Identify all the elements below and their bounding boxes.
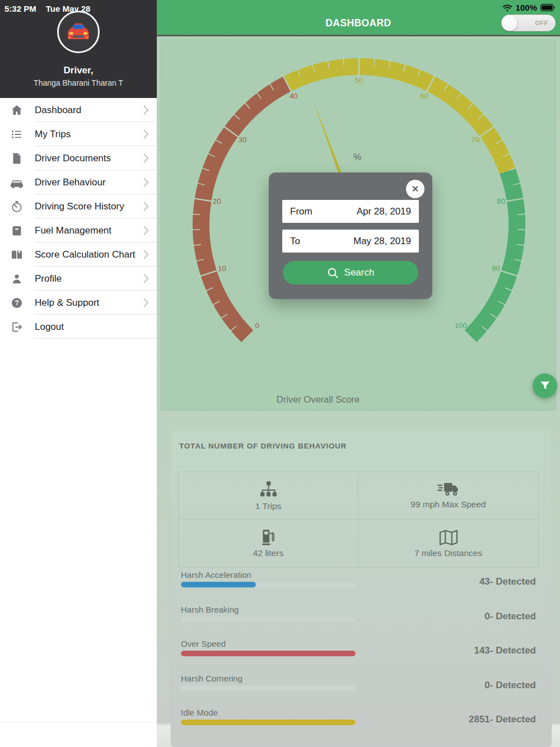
dashboard-content: 0102030405060708090100% Driver Overall S… xyxy=(157,36,560,747)
main-area: 100% DASHBOARD OFF 010203040506070809010… xyxy=(157,0,560,747)
summary-cell-label: 99 mph Max Speed xyxy=(410,499,486,510)
behaviour-bar-row: Harsh Breaking 0- Detected xyxy=(181,605,536,627)
trips-icon xyxy=(258,480,279,499)
summary-cell-trips: 1 Trips xyxy=(179,472,358,520)
behaviour-label: Harsh Breaking xyxy=(181,605,536,614)
progress-track xyxy=(181,651,356,656)
gauge-tick-label: 0 xyxy=(255,321,260,330)
sidebar-item-help-support[interactable]: ? Help & Support xyxy=(0,291,157,315)
gauge-arc-segment xyxy=(470,171,517,336)
wifi-icon xyxy=(502,4,512,12)
detected-count: 143- Detected xyxy=(474,645,536,656)
help-icon: ? xyxy=(10,296,24,310)
sidebar-item-driver-behaviour[interactable]: Driver Behaviour xyxy=(0,170,157,194)
gauge-unit-label: % xyxy=(353,152,361,162)
sidebar-item-score-calculation-chart[interactable]: Score Calculation Chart xyxy=(0,242,157,267)
gauge-tick-label: 90 xyxy=(492,264,500,273)
sidebar: 5:32 PMTue May 28 Driver, xyxy=(0,0,157,747)
svg-text:?: ? xyxy=(15,299,19,307)
car-avatar-icon xyxy=(65,21,92,43)
detected-count: 2851- Detected xyxy=(469,714,536,725)
chevron-right-icon xyxy=(143,129,149,139)
gauge-tick-label: 60 xyxy=(420,92,428,100)
summary-cell-label: 7 miles Distances xyxy=(414,548,482,558)
sidebar-item-driver-documents[interactable]: Driver Documents xyxy=(0,146,157,170)
truck-icon xyxy=(437,482,460,497)
app-screen: 5:32 PMTue May 28 Driver, xyxy=(0,0,560,747)
gauge-minor-tick xyxy=(518,230,528,230)
chevron-right-icon xyxy=(143,298,149,307)
chevron-right-icon xyxy=(143,250,149,259)
card-title: TOTAL NUMBER OF DRIVING BEHAVIOUR xyxy=(179,442,347,450)
progress-track xyxy=(181,617,356,622)
gauge-tick-label: 40 xyxy=(290,92,298,100)
progress-fill xyxy=(181,651,356,656)
gauge-tick-label: 50 xyxy=(354,76,363,85)
chevron-right-icon xyxy=(143,105,149,115)
summary-cell-distances: 7 miles Distances xyxy=(358,520,538,567)
from-date-field[interactable]: From Apr 28, 2019 xyxy=(282,200,419,223)
to-value: May 28, 2019 xyxy=(353,236,411,247)
progress-fill xyxy=(181,720,356,725)
to-date-field[interactable]: To May 28, 2019 xyxy=(282,230,419,253)
driving-behaviour-card: TOTAL NUMBER OF DRIVING BEHAVIOUR 1 Trip… xyxy=(171,430,552,747)
sidebar-item-label: My Trips xyxy=(35,129,143,140)
sidebar-divider xyxy=(0,722,157,723)
chevron-right-icon xyxy=(143,274,149,283)
behaviour-bar-row: Over Speed 143- Detected xyxy=(181,639,536,661)
progress-track xyxy=(181,720,356,725)
document-icon xyxy=(10,152,24,165)
sidebar-item-label: Driver Behaviour xyxy=(35,177,143,188)
chevron-right-icon xyxy=(143,202,149,211)
from-label: From xyxy=(290,206,312,217)
chevron-right-icon xyxy=(143,178,149,187)
app-header: 100% DASHBOARD OFF xyxy=(157,0,560,35)
list-icon xyxy=(10,128,24,141)
gauge-tick-label: 30 xyxy=(239,136,247,144)
fuel-box-icon xyxy=(10,224,24,237)
behaviour-bar-row: Idle Mode 2851- Detected xyxy=(181,708,536,730)
toggle-knob xyxy=(502,15,517,31)
sidebar-item-fuel-management[interactable]: Fuel Management xyxy=(0,218,157,242)
gauge-tick-label: 100 xyxy=(454,321,467,330)
sidebar-item-profile[interactable]: Profile xyxy=(0,267,157,291)
detected-count: 43- Detected xyxy=(479,576,536,587)
search-button[interactable]: Search xyxy=(283,261,418,284)
summary-cell-max-speed: 99 mph Max Speed xyxy=(358,472,538,520)
behaviour-bar-row: Harsh Acceleration 43- Detected xyxy=(181,570,536,592)
progress-fill xyxy=(181,582,256,587)
gauge-minor-tick xyxy=(191,214,200,214)
behaviour-bar-row: Harsh Cornering 0- Detected xyxy=(181,674,536,696)
tracking-toggle[interactable]: OFF xyxy=(501,15,556,31)
sidebar-item-driving-score-history[interactable]: Driving Score History xyxy=(0,194,157,218)
filter-icon xyxy=(540,381,550,391)
sidebar-item-label: Score Calculation Chart xyxy=(35,249,143,260)
person-icon xyxy=(10,272,24,286)
gauge-minor-tick xyxy=(190,230,200,230)
detected-count: 0- Detected xyxy=(484,680,536,691)
gauge-minor-tick xyxy=(517,214,527,214)
search-button-label: Search xyxy=(344,267,375,278)
chevron-right-icon xyxy=(143,226,149,235)
profile-name: Thanga Bharani Tharan T xyxy=(0,78,157,87)
sidebar-item-dashboard[interactable]: Dashboard xyxy=(0,98,157,122)
book-icon xyxy=(10,248,24,262)
date-filter-dialog: ✕ From Apr 28, 2019 To May 28, 2019 Sear… xyxy=(269,172,432,299)
filter-button[interactable] xyxy=(533,374,557,398)
sidebar-item-my-trips[interactable]: My Trips xyxy=(0,122,157,146)
sidebar-menu: Dashboard My Trips Driver Documents Driv… xyxy=(0,98,157,339)
sidebar-item-label: Driver Documents xyxy=(35,153,143,164)
sidebar-item-logout[interactable]: Logout xyxy=(0,315,157,339)
chevron-right-icon xyxy=(143,153,149,163)
status-bar-right: 100% xyxy=(502,3,556,12)
gauge-tick-label: 80 xyxy=(497,197,505,206)
sidebar-item-label: Dashboard xyxy=(35,105,143,116)
sidebar-item-label: Logout xyxy=(35,321,157,333)
close-icon[interactable]: ✕ xyxy=(406,180,424,198)
search-icon xyxy=(327,267,339,279)
behaviour-label: Harsh Cornering xyxy=(181,674,536,683)
map-icon xyxy=(438,529,459,546)
fuel-pump-icon xyxy=(260,529,276,546)
car-icon xyxy=(10,176,24,189)
sidebar-item-label: Fuel Management xyxy=(35,225,143,236)
